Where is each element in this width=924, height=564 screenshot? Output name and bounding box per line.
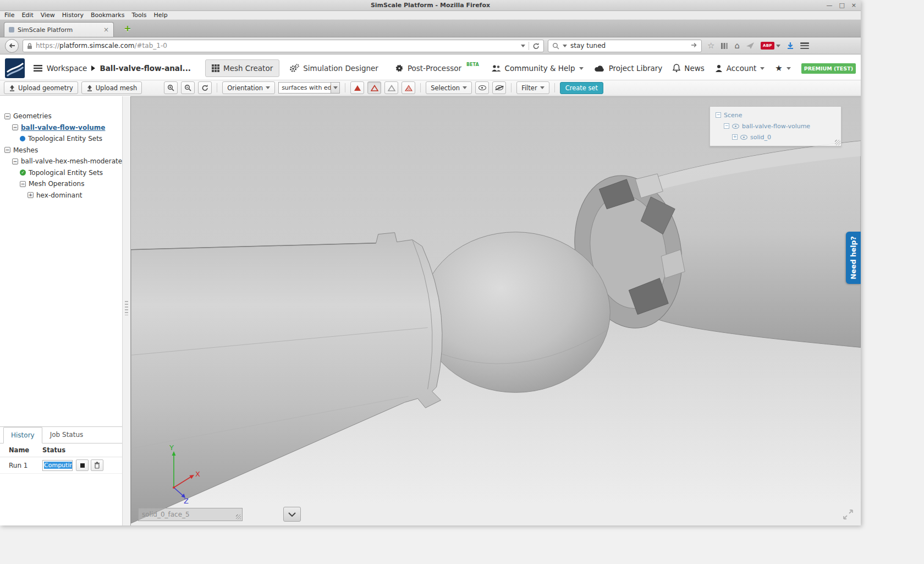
need-help-tab[interactable]: Need help? (846, 232, 861, 284)
visibility-eye-icon[interactable] (740, 135, 747, 140)
search-bar[interactable]: stay tuned (548, 40, 702, 52)
tab-post-processor[interactable]: Post-Processor BETA (388, 59, 486, 77)
menu-icon[interactable] (800, 42, 809, 49)
workspace-label[interactable]: Workspace (47, 64, 87, 73)
bookmark-star-icon[interactable]: ☆ (707, 42, 714, 50)
reload-icon[interactable] (532, 42, 540, 50)
clip-outline-button[interactable] (367, 81, 381, 94)
panel-resize-handle[interactable] (835, 140, 840, 145)
tab-mesh-creator[interactable]: Mesh Creator (205, 59, 279, 77)
tab-simulation-designer[interactable]: Simulation Designer (283, 59, 385, 77)
show-all-button[interactable] (475, 81, 489, 94)
tab-history[interactable]: History (3, 427, 42, 443)
adblock-icon[interactable]: ABP (761, 42, 774, 50)
favorites-menu[interactable]: ★ (775, 63, 790, 73)
menu-history[interactable]: History (62, 12, 84, 19)
expand-bottom-panel-button[interactable] (283, 507, 301, 522)
scene-geometry-row[interactable]: ball-valve-flow-volume (710, 121, 841, 132)
scene-solid-row[interactable]: solid_0 (710, 132, 841, 143)
tree-item-topological-entity-sets[interactable]: Topological Entity Sets (0, 133, 122, 145)
upload-mesh-button[interactable]: Upload mesh (81, 81, 142, 94)
expand-icon[interactable] (28, 192, 34, 198)
tree-item-meshes[interactable]: Meshes (0, 145, 122, 156)
stop-job-button[interactable] (76, 459, 89, 471)
face-name-input[interactable]: solid_0_face_5 (138, 508, 243, 521)
scene-tree-panel[interactable]: Scene ball-valve-flow-volume solid_0 (710, 106, 842, 146)
gray-triangle-outline-icon (388, 85, 395, 91)
browser-tab[interactable]: SimScale Platform × (4, 22, 114, 37)
clip-solid-button[interactable] (350, 81, 364, 94)
url-dropdown-icon[interactable] (521, 45, 525, 47)
zoom-in-button[interactable] (164, 81, 178, 94)
window-controls: — □ × (826, 0, 856, 10)
new-tab-button[interactable]: + (120, 22, 135, 35)
collapse-icon[interactable] (4, 113, 10, 119)
run-name: Run 1 (0, 462, 42, 469)
close-button[interactable]: × (851, 0, 856, 10)
menu-file[interactable]: File (4, 12, 14, 19)
tree-item-ball-valve-flow-volume[interactable]: ball-valve-flow-volume (0, 122, 122, 134)
account-menu[interactable]: Account (715, 64, 765, 73)
upload-geometry-button[interactable]: Upload geometry (4, 81, 78, 94)
viewport-3d[interactable]: Scene ball-valve-flow-volume solid_0 (130, 96, 861, 525)
job-row[interactable]: Run 1 Computing (0, 457, 122, 474)
back-button[interactable] (5, 39, 19, 53)
search-input-value[interactable]: stay tuned (570, 42, 606, 50)
adblock-dropdown-icon[interactable] (776, 45, 780, 47)
send-tab-icon[interactable] (746, 42, 755, 50)
menu-edit[interactable]: Edit (21, 12, 33, 19)
project-library-menu[interactable]: Project Library (594, 64, 663, 73)
fullscreen-expand-icon[interactable] (843, 509, 854, 520)
url-bar[interactable]: https://platform.simscale.com/#tab_1-0 (23, 40, 544, 52)
search-go-icon[interactable] (691, 42, 697, 50)
menu-view[interactable]: View (41, 12, 55, 19)
clip-hatched-button[interactable] (402, 81, 415, 94)
home-icon[interactable]: ⌂ (734, 42, 740, 50)
selection-button[interactable]: Selection (426, 81, 472, 94)
tree-item-mesh-operations[interactable]: Mesh Operations (0, 178, 122, 190)
clip-gray-button[interactable] (384, 81, 398, 94)
collapse-icon[interactable] (12, 158, 18, 165)
menu-bookmarks[interactable]: Bookmarks (91, 12, 124, 19)
tab-close-icon[interactable]: × (103, 26, 109, 34)
field-resize-handle[interactable] (236, 514, 241, 519)
filter-button[interactable]: Filter (516, 81, 549, 94)
collapse-icon[interactable] (20, 181, 26, 187)
panel-splitter[interactable] (122, 96, 130, 525)
splitter-grip-icon[interactable] (125, 301, 128, 315)
tree-item-label[interactable]: ball-valve-flow-volume (21, 124, 105, 132)
tree-item-hex-dominant[interactable]: hex-dominant (0, 190, 122, 201)
library-icon[interactable] (721, 42, 728, 50)
menu-tools[interactable]: Tools (131, 12, 146, 19)
collapse-icon[interactable] (724, 123, 729, 129)
maximize-button[interactable]: □ (839, 0, 844, 10)
create-set-button[interactable]: Create set (560, 82, 603, 94)
menu-help[interactable]: Help (154, 12, 168, 19)
simscale-logo[interactable] (5, 58, 25, 78)
tree-item-geometries[interactable]: Geometries (0, 111, 122, 122)
scene-root-row[interactable]: Scene (710, 109, 841, 121)
display-mode-select[interactable]: surfaces with edg (278, 82, 340, 94)
minimize-button[interactable]: — (826, 0, 832, 10)
delete-job-button[interactable] (91, 459, 103, 471)
news-menu[interactable]: News (673, 64, 704, 73)
download-icon[interactable] (787, 42, 794, 50)
collapse-icon[interactable] (716, 112, 721, 118)
run-status-field[interactable]: Computing (42, 460, 73, 471)
hide-selection-button[interactable] (492, 81, 506, 94)
zoom-out-button[interactable] (181, 81, 195, 94)
job-panel-tabs: History Job Status (0, 426, 122, 443)
orientation-button[interactable]: Orientation (222, 81, 275, 94)
tree-item-ball-valve-hex-mesh-moderate[interactable]: ball-valve-hex-mesh-moderate (0, 156, 122, 167)
tree-item-mesh-topological-entity-sets[interactable]: Topological Entity Sets (0, 167, 122, 179)
search-engine-dropdown-icon[interactable] (563, 45, 567, 47)
community-help-menu[interactable]: Community & Help (491, 64, 584, 73)
collapse-icon[interactable] (4, 147, 10, 153)
ball-valve-model[interactable] (131, 97, 861, 525)
select-dropdown-icon[interactable] (331, 83, 339, 93)
reset-view-button[interactable] (198, 81, 212, 94)
expand-icon[interactable] (732, 134, 738, 140)
visibility-eye-icon[interactable] (732, 124, 739, 129)
tab-job-status[interactable]: Job Status (42, 426, 91, 443)
project-name[interactable]: Ball-valve-flow-anal... (100, 64, 191, 73)
